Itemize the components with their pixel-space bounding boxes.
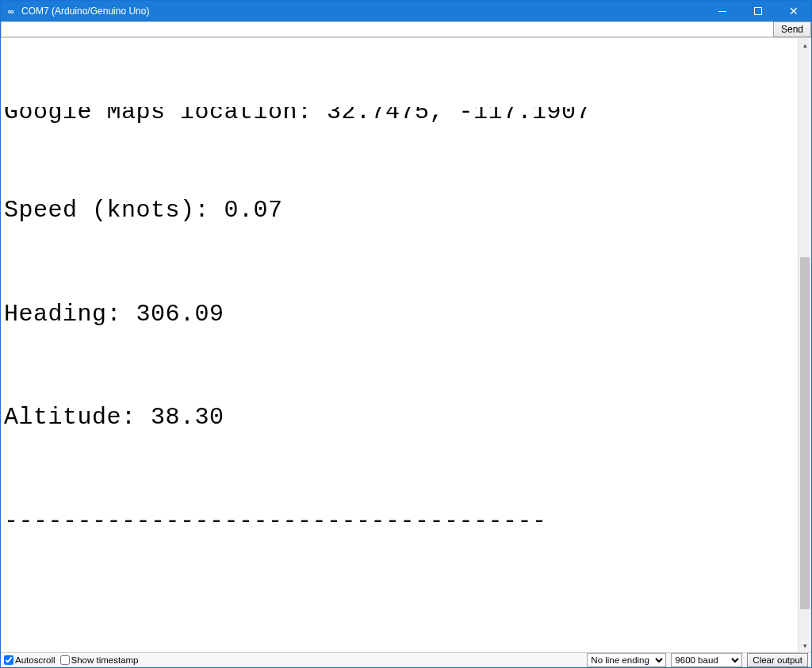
output-area: Google Maps location: 32.7475, -117.1907… [1,38,811,653]
bottombar: Autoscroll Show timestamp No line ending… [1,653,811,667]
output-line: Heading: 306.09 [4,298,795,332]
serial-monitor-window: ∞ COM7 (Arduino/Genuino Uno) ✕ Send Goog… [0,0,812,668]
minimize-button[interactable] [704,1,740,21]
arduino-icon: ∞ [6,6,17,17]
clear-output-button[interactable]: Clear output [747,653,808,667]
maximize-button[interactable] [740,1,776,21]
scroll-down-icon[interactable]: ▾ [799,639,811,652]
serial-input[interactable] [1,21,773,37]
output-separator: ------------------------------------- [4,505,795,539]
send-button[interactable]: Send [773,21,811,37]
vertical-scrollbar[interactable]: ▴ ▾ [798,38,811,652]
scroll-up-icon[interactable]: ▴ [799,38,811,52]
line-ending-select[interactable]: No line endingNewlineCarriage returnBoth… [587,653,666,667]
close-button[interactable]: ✕ [776,1,811,21]
scroll-track[interactable] [799,52,811,639]
send-row: Send [1,21,811,38]
output-line-cutoff: Google Maps location: 32.7475, -117.1907 [4,107,795,125]
show-timestamp-checkbox[interactable] [60,655,70,665]
titlebar: ∞ COM7 (Arduino/Genuino Uno) ✕ [1,1,811,21]
baud-rate-select[interactable]: 9600 baud115200 baud [671,653,742,667]
autoscroll-text: Autoscroll [15,655,56,665]
output-line: Altitude: 38.30 [4,401,795,436]
autoscroll-checkbox[interactable] [4,655,13,665]
output-line: Speed (knots): 0.07 [4,194,795,228]
show-timestamp-text: Show timestamp [71,655,139,665]
show-timestamp-checkbox-label[interactable]: Show timestamp [60,655,139,665]
scroll-thumb[interactable] [800,257,810,609]
window-title: COM7 (Arduino/Genuino Uno) [21,6,149,17]
serial-output[interactable]: Google Maps location: 32.7475, -117.1907… [1,38,798,652]
autoscroll-checkbox-label[interactable]: Autoscroll [4,655,56,665]
close-icon: ✕ [789,6,799,17]
